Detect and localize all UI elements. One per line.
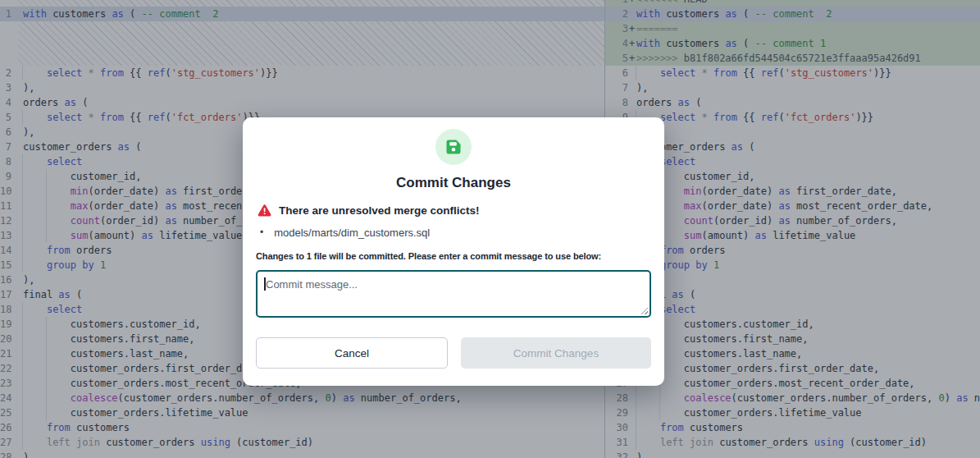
commit-changes-modal: Commit Changes There are unresolved merg… <box>243 117 664 386</box>
warning-icon <box>258 204 271 217</box>
warning-text: There are unresolved merge conflicts! <box>279 204 480 217</box>
save-icon <box>435 129 472 165</box>
dbt-ide-screen: 1with customers as ( -- comment 22 selec… <box>0 0 980 458</box>
text-cursor <box>264 277 266 291</box>
commit-instruction: Changes to 1 file will be committed. Ple… <box>256 250 651 262</box>
modal-title: Commit Changes <box>256 175 651 191</box>
commit-changes-button[interactable]: Commit Changes <box>461 337 651 369</box>
commit-message-input[interactable] <box>256 270 651 318</box>
bullet-icon: • <box>260 227 263 238</box>
conflict-file-item: • models/marts/dim_customers.sql <box>260 226 651 239</box>
conflict-file-path: models/marts/dim_customers.sql <box>274 227 430 239</box>
cancel-button[interactable]: Cancel <box>256 337 448 369</box>
